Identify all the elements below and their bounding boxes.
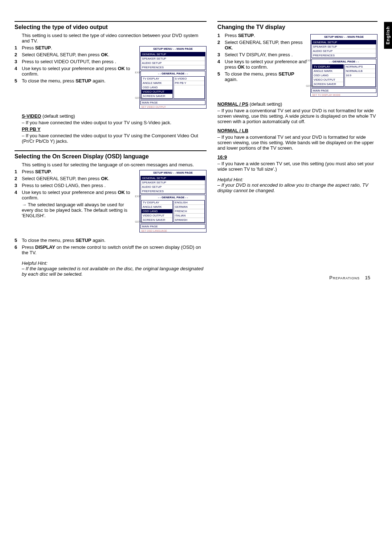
hint-title: Helpful Hint: (22, 260, 207, 266)
step-text: Use keys to select your preference and p… (22, 190, 136, 200)
step-text: Press SETUP. (22, 169, 136, 174)
section1-intro: This setting is used to select the type … (22, 33, 207, 44)
svideo-text: – If you have connected the video output… (22, 120, 207, 125)
step-text: Use keys to select your preference and p… (225, 59, 307, 70)
svideo-desc: (default setting) (41, 113, 75, 119)
hint-text: – If the language selected is not availa… (22, 266, 207, 277)
prpby-text: – If you have connected the video output… (22, 133, 207, 144)
step-num: 3 (15, 183, 22, 188)
normal-ps-text: – If you have a conventional TV set and … (217, 108, 377, 124)
step-text: To close the menu, press SETUP again. (22, 78, 136, 84)
step-num: 2 (217, 40, 225, 50)
section-title-tv-display: Changing the TV display (217, 21, 377, 31)
svideo-label: S-VIDEO (22, 113, 41, 119)
step-num: 2 (15, 176, 22, 181)
step-num: 3 (217, 52, 225, 57)
step-num: 1 (15, 45, 22, 50)
step-num: 5 (15, 238, 22, 243)
footer-page-number: 15 (365, 275, 370, 280)
footer-label: Preparations (329, 275, 360, 280)
normal-ps-desc: (default setting) (248, 101, 282, 107)
normal-lb-label: NORMAL / LB (217, 128, 248, 133)
menu-figure-video-output: SETUP MENU - - MAIN PAGEGENERAL SETUPSPE… (139, 46, 207, 109)
step-text: Select GENERAL SETUP, then press OK. (22, 52, 136, 57)
language-tab: English (384, 22, 392, 49)
hint-text: – If your DVD is not encoded to allow yo… (217, 182, 377, 193)
step-text: Select GENERAL SETUP, then press OK. (22, 176, 136, 181)
step-num: 1 (15, 169, 22, 174)
menu-figure-osd: SETUP MENU - - MAIN PAGEGENERAL SETUPSPE… (139, 170, 207, 232)
step-num: 2 (15, 52, 22, 57)
section-title-osd: Selecting the On Screen Display (OSD) la… (15, 150, 207, 160)
step-num: 1 (217, 33, 225, 38)
step-num: 5 (217, 71, 225, 82)
step-num: 4 (217, 59, 225, 70)
step-text: Press to select VIDEO OUTPUT, then press… (22, 59, 136, 64)
step-text: Press SETUP. (225, 33, 307, 38)
prpby-label: PR PB Y (22, 126, 41, 132)
step-text: Select GENERAL SETUP, then press OK. (225, 40, 307, 50)
page-footer: Preparations 15 (329, 275, 370, 280)
step-text: To close the menu, press SETUP again. (22, 238, 207, 243)
step-text: To close the menu, press SETUP again. (225, 71, 307, 82)
normal-ps-label: NORMAL / PS (217, 101, 248, 107)
step-text: Select TV DISPLAY, then press . (225, 52, 307, 57)
step-text: Press DISPLAY on the remote control to s… (22, 244, 207, 255)
step-num: 4 (15, 190, 22, 200)
section2-intro: This setting is used for selecting the l… (22, 162, 207, 167)
step-text: Press to select OSD LANG, then press . (22, 183, 136, 188)
r169-label: 16:9 (217, 154, 227, 160)
step-text: Use keys to select your preference and p… (22, 66, 136, 77)
step-num: 5 (15, 78, 22, 84)
hint-title: Helpful Hint: (217, 177, 377, 182)
step-num: 6 (15, 244, 22, 255)
step-text: Press SETUP. (22, 45, 136, 50)
normal-lb-text: – If you have a conventional TV set and … (217, 134, 377, 151)
step-num: 4 (15, 66, 22, 77)
step-num: 3 (15, 59, 22, 64)
r169-text: – If you have a wide screen TV set, use … (217, 161, 377, 172)
section-title-video-output: Selecting the type of video output (15, 21, 207, 31)
menu-figure-tv-display: SETUP MENU - - MAIN PAGEGENERAL SETUPSPE… (310, 34, 377, 97)
